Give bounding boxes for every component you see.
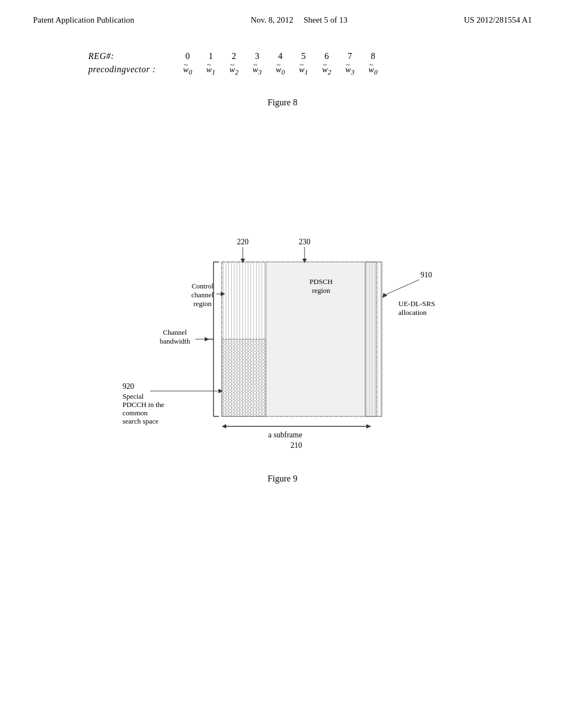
control-channel-text: Control bbox=[191, 282, 214, 290]
vec-val-8: w0 bbox=[367, 65, 379, 77]
svg-text:region: region bbox=[193, 299, 212, 308]
vec-values: w0 w1 w2 w3 w0 w1 w2 w3 w0 bbox=[182, 65, 379, 77]
figure8-caption: Figure 8 bbox=[44, 98, 521, 108]
channel-bw-label: Channel bbox=[163, 328, 187, 336]
svg-text:common: common bbox=[122, 409, 148, 417]
vec-val-7: w3 bbox=[344, 65, 355, 77]
pdsch-label: PDSCH bbox=[310, 277, 333, 286]
figure9-svg: a subframe 210 220 Control channel regio… bbox=[89, 229, 476, 461]
header-center: Nov. 8, 2012 Sheet 5 of 13 bbox=[250, 15, 348, 25]
vec-val-2: w2 bbox=[228, 65, 239, 77]
reg-table: REG#: 0 1 2 3 4 5 6 7 8 precodingvector … bbox=[88, 51, 521, 80]
reg-values: 0 1 2 3 4 5 6 7 8 bbox=[182, 51, 379, 61]
svg-text:bandwidth: bandwidth bbox=[160, 337, 190, 345]
special-pdcch-label: Special bbox=[122, 392, 144, 400]
subframe-label: a subframe bbox=[268, 431, 302, 439]
reg-val-2: 2 bbox=[228, 51, 239, 61]
figure9-area: a subframe 210 220 Control channel regio… bbox=[0, 229, 565, 484]
svg-rect-6 bbox=[222, 339, 266, 416]
vec-val-1: w1 bbox=[205, 65, 216, 77]
svg-line-21 bbox=[385, 280, 419, 295]
vec-val-6: w2 bbox=[321, 65, 332, 77]
reg-row: REG#: 0 1 2 3 4 5 6 7 8 bbox=[88, 51, 521, 61]
svg-marker-30 bbox=[205, 337, 209, 341]
reg-label: REG#: bbox=[88, 51, 182, 61]
figure8-area: REG#: 0 1 2 3 4 5 6 7 8 precodingvector … bbox=[0, 51, 565, 108]
reg-val-8: 8 bbox=[367, 51, 379, 61]
vec-val-4: w0 bbox=[275, 65, 286, 77]
label-230: 230 bbox=[299, 238, 311, 246]
reg-val-1: 1 bbox=[205, 51, 216, 61]
reg-val-6: 6 bbox=[321, 51, 332, 61]
header-right: US 2012/281554 A1 bbox=[464, 15, 532, 25]
header-sheet: Sheet 5 of 13 bbox=[303, 15, 348, 24]
label-210: 210 bbox=[291, 441, 302, 449]
svg-text:search space: search space bbox=[122, 417, 159, 425]
svg-rect-8 bbox=[365, 262, 382, 416]
reg-val-7: 7 bbox=[344, 51, 355, 61]
label-920: 920 bbox=[122, 382, 134, 390]
vec-label: precodingvector : bbox=[88, 65, 182, 74]
vec-row: precodingvector : w0 w1 w2 w3 w0 w1 w2 w… bbox=[88, 65, 521, 77]
svg-marker-22 bbox=[382, 293, 387, 298]
reg-val-3: 3 bbox=[252, 51, 263, 61]
diagram-container: a subframe 210 220 Control channel regio… bbox=[33, 229, 532, 461]
svg-text:allocation: allocation bbox=[398, 308, 427, 317]
svg-text:channel: channel bbox=[191, 291, 214, 299]
reg-val-4: 4 bbox=[275, 51, 286, 61]
svg-text:PDCCH in the: PDCCH in the bbox=[122, 400, 164, 409]
header-left: Patent Application Publication bbox=[33, 15, 134, 25]
vec-val-0: w0 bbox=[182, 65, 193, 77]
page-header: Patent Application Publication Nov. 8, 2… bbox=[0, 0, 565, 25]
header-date: Nov. 8, 2012 bbox=[250, 15, 293, 24]
vec-val-3: w3 bbox=[252, 65, 263, 77]
reg-val-0: 0 bbox=[182, 51, 193, 61]
vec-val-5: w1 bbox=[298, 65, 309, 77]
label-220: 220 bbox=[237, 238, 249, 246]
svg-marker-11 bbox=[366, 424, 371, 429]
svg-marker-10 bbox=[222, 424, 226, 429]
figure9-caption: Figure 9 bbox=[33, 474, 532, 484]
ue-dl-srs-label: UE-DL-SRS bbox=[398, 299, 435, 308]
svg-text:region: region bbox=[312, 286, 331, 295]
reg-val-5: 5 bbox=[298, 51, 309, 61]
label-910: 910 bbox=[420, 271, 432, 279]
